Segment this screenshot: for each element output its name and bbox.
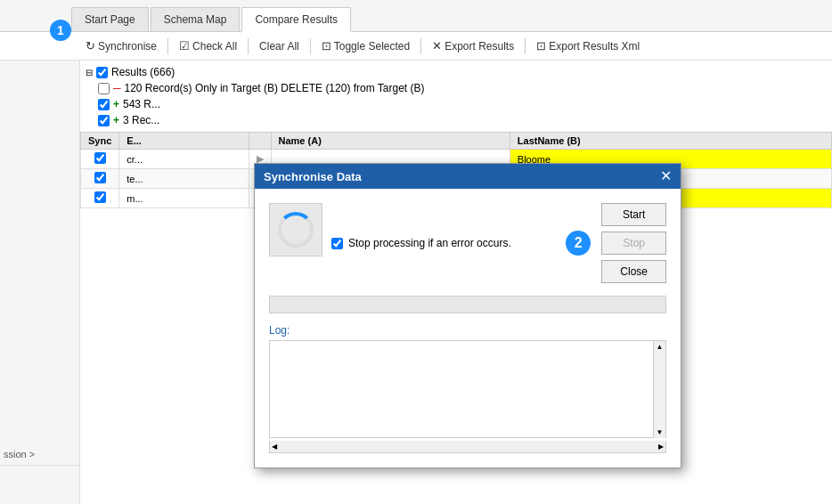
col-e: E...	[119, 133, 249, 150]
scrollbar-down-icon[interactable]: ▼	[657, 428, 664, 436]
clear-all-button[interactable]: Clear All	[254, 38, 305, 54]
tree-root[interactable]: ⊟ Results (666)	[80, 64, 832, 80]
modal-close-x-button[interactable]: ✕	[660, 169, 672, 183]
modal-titlebar: Synchronise Data ✕	[255, 164, 681, 189]
expand-icon: ⊟	[86, 68, 93, 77]
stop-processing-checkbox[interactable]	[331, 238, 343, 249]
hscroll-right-icon[interactable]: ▶	[658, 443, 664, 451]
check-all-button[interactable]: ☑ Check All	[174, 37, 242, 54]
export-results-xml-button[interactable]: ⊡ Export Results Xml	[531, 37, 645, 54]
main-area: ssion > ⊟ Results (666) ─ 120 Record(s) …	[0, 61, 832, 504]
scrollbar-up-icon[interactable]: ▲	[657, 343, 664, 351]
row3-sync[interactable]	[81, 189, 119, 208]
tree-area: ⊟ Results (666) ─ 120 Record(s) Only in …	[80, 61, 832, 132]
separator-2	[248, 38, 249, 54]
col-indicator	[249, 133, 271, 150]
toggle-icon: ⊡	[322, 39, 331, 53]
toolbar: ↻ Synchronise ☑ Check All Clear All ⊡ To…	[0, 32, 832, 61]
hscroll-left-icon[interactable]: ◀	[272, 443, 277, 451]
row1-name-a: cr...	[119, 150, 249, 169]
progress-bar	[269, 296, 666, 313]
root-checkbox[interactable]	[96, 67, 108, 78]
item2-checkbox[interactable]	[98, 99, 110, 110]
step-badge-1: 1	[50, 20, 71, 41]
log-textarea[interactable]	[269, 340, 666, 438]
export-results-button[interactable]: ✕ Export Results	[427, 37, 519, 54]
green-plus-icon: +	[113, 98, 119, 110]
row2-sync[interactable]	[81, 169, 119, 189]
synchronise-button[interactable]: ↻ Synchronise	[80, 37, 162, 54]
item3-checkbox[interactable]	[98, 115, 110, 126]
green-plus-icon-2: +	[113, 114, 119, 126]
spinner-icon	[278, 212, 314, 248]
col-name-a: Name (A)	[271, 133, 510, 150]
stop-button: Stop	[601, 232, 666, 255]
modal-body: Stop processing if an error occurs. 2 St…	[255, 189, 681, 467]
tree-item-3[interactable]: + 3 Rec...	[80, 112, 832, 128]
step-badge-2: 2	[566, 231, 591, 256]
tree-item-1[interactable]: ─ 120 Record(s) Only in Target (B) DELET…	[80, 80, 832, 96]
log-label: Log:	[269, 324, 666, 337]
col-sync: Sync	[81, 133, 119, 150]
export-xml-icon: ⊡	[536, 39, 546, 53]
tab-bar: Start Page Schema Map Compare Results	[0, 0, 832, 32]
item1-checkbox[interactable]	[98, 83, 110, 94]
log-section: Log: ▲ ▼ ◀ ▶	[269, 324, 666, 453]
row3-name-a: m...	[119, 189, 249, 208]
separator-5	[525, 38, 526, 54]
start-button[interactable]: Start	[601, 203, 666, 226]
modal-top-section: Stop processing if an error occurs. 2 St…	[269, 203, 666, 283]
row1-sync[interactable]	[81, 150, 119, 169]
session-label: ssion >	[4, 449, 76, 459]
synchronise-modal: Synchronise Data ✕	[254, 163, 681, 468]
row2-name-a: te...	[119, 169, 249, 189]
toggle-selected-button[interactable]: ⊡ Toggle Selected	[316, 37, 415, 54]
sync-icon: ↻	[86, 39, 95, 53]
action-buttons: Start Stop Close	[601, 203, 666, 283]
left-panel: ssion >	[0, 61, 80, 504]
stop-processing-row: Stop processing if an error occurs.	[331, 237, 559, 249]
check-icon: ☑	[179, 39, 190, 53]
close-button[interactable]: Close	[601, 260, 666, 283]
tree-item-2[interactable]: + 543 R...	[80, 96, 832, 112]
tab-start-page[interactable]: Start Page	[71, 7, 149, 31]
tab-compare-results[interactable]: Compare Results	[241, 7, 351, 32]
separator-1	[167, 38, 168, 54]
log-area-wrapper: ▲ ▼ ◀ ▶	[269, 340, 666, 453]
export-icon: ✕	[432, 39, 442, 53]
log-hscroll: ◀ ▶	[269, 441, 666, 453]
red-minus-icon: ─	[113, 82, 121, 94]
content-area: ⊟ Results (666) ─ 120 Record(s) Only in …	[80, 61, 832, 504]
modal-title: Synchronise Data	[264, 170, 362, 183]
separator-3	[310, 38, 311, 54]
separator-4	[420, 38, 421, 54]
stop-processing-label: Stop processing if an error occurs.	[348, 237, 511, 249]
col-lastname-b: LastName (B)	[510, 133, 831, 150]
tab-schema-map[interactable]: Schema Map	[151, 7, 241, 31]
modal-icon-box	[269, 203, 322, 256]
